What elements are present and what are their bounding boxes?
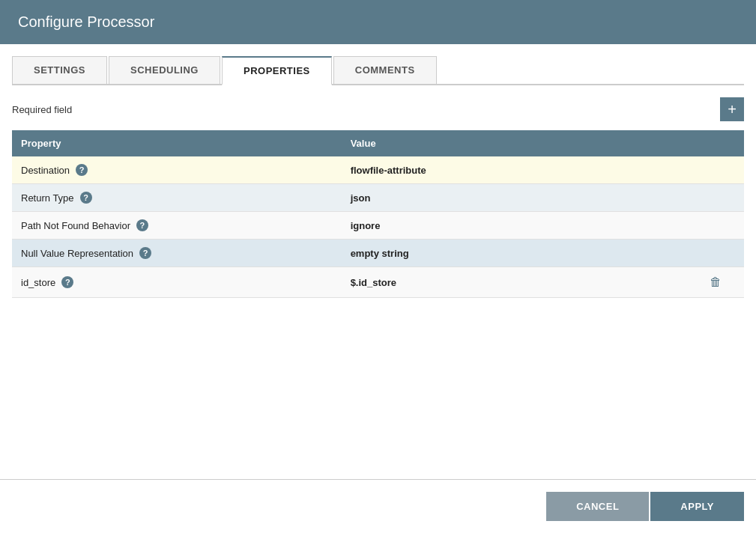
destination-label: Destination (21, 165, 70, 176)
value-cell: json (342, 184, 699, 212)
add-property-button[interactable]: + (720, 97, 744, 121)
tab-scheduling[interactable]: SCHEDULING (109, 56, 220, 84)
value-cell: ignore (342, 212, 699, 240)
required-field-label: Required field (12, 104, 72, 115)
return-type-value: json (351, 192, 371, 204)
dialog-body: SETTINGS SCHEDULING PROPERTIES COMMENTS … (0, 44, 756, 479)
property-cell: Path Not Found Behavior ? (12, 212, 342, 240)
value-cell: $.id_store (342, 267, 699, 298)
required-field-row: Required field + (12, 97, 744, 121)
action-cell (699, 240, 744, 267)
configure-processor-dialog: Configure Processor SETTINGS SCHEDULING … (0, 0, 756, 533)
table-row: Destination ? flowfile-attribute (12, 156, 744, 184)
action-cell (699, 156, 744, 184)
table-row: Return Type ? json (12, 184, 744, 212)
property-cell: Return Type ? (12, 184, 342, 212)
value-cell: flowfile-attribute (342, 156, 699, 184)
table-row: id_store ? $.id_store 🗑 (12, 267, 744, 298)
cancel-button[interactable]: CANCEL (546, 492, 649, 521)
action-cell: 🗑 (699, 267, 744, 298)
help-icon[interactable]: ? (76, 164, 88, 176)
null-value-value: empty string (351, 248, 409, 259)
action-cell (699, 212, 744, 240)
action-cell (699, 184, 744, 212)
id-store-value: $.id_store (351, 277, 396, 288)
properties-table: Property Value Destination ? (12, 130, 744, 298)
delete-row-button[interactable]: 🗑 (708, 275, 723, 290)
dialog-header: Configure Processor (0, 0, 756, 44)
apply-button[interactable]: APPLY (650, 492, 744, 521)
null-value-label: Null Value Representation (21, 248, 133, 259)
property-cell: id_store ? (12, 267, 342, 298)
property-cell: Destination ? (12, 156, 342, 184)
help-icon[interactable]: ? (80, 192, 92, 204)
tab-properties[interactable]: PROPERTIES (222, 56, 332, 85)
tab-settings[interactable]: SETTINGS (12, 56, 107, 84)
value-column-header: Value (342, 130, 699, 156)
return-type-label: Return Type (21, 192, 74, 204)
table-row: Path Not Found Behavior ? ignore (12, 212, 744, 240)
help-icon[interactable]: ? (139, 247, 151, 259)
help-icon[interactable]: ? (61, 276, 73, 288)
tab-bar: SETTINGS SCHEDULING PROPERTIES COMMENTS (12, 56, 744, 85)
add-icon: + (728, 101, 737, 118)
destination-value: flowfile-attribute (351, 165, 426, 176)
table-header: Property Value (12, 130, 744, 156)
value-cell: empty string (342, 240, 699, 267)
tab-comments[interactable]: COMMENTS (333, 56, 437, 84)
dialog-title: Configure Processor (18, 13, 154, 30)
path-not-found-value: ignore (351, 220, 381, 231)
id-store-label: id_store (21, 277, 55, 288)
dialog-footer: CANCEL APPLY (0, 479, 756, 533)
help-icon[interactable]: ? (136, 219, 148, 231)
path-not-found-label: Path Not Found Behavior (21, 220, 130, 231)
content-area: Required field + Property Value (0, 85, 756, 479)
table-row: Null Value Representation ? empty string (12, 240, 744, 267)
property-column-header: Property (12, 130, 342, 156)
property-cell: Null Value Representation ? (12, 240, 342, 267)
table-body: Destination ? flowfile-attribute Retu (12, 156, 744, 298)
